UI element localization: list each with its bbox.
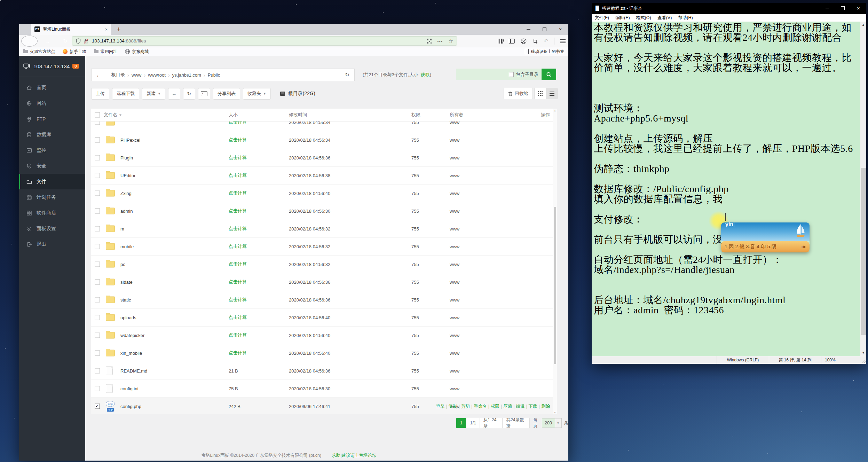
table-row[interactable]: uploads点击计算2020/02/18 04:56:40755www: [91, 309, 557, 327]
header-mtime[interactable]: 修改时间: [289, 112, 307, 118]
ime-page-arrows[interactable]: ◀▶: [801, 245, 806, 249]
mobile-bookmarks-item[interactable]: 移动设备上的书签: [525, 49, 564, 55]
size-calc-link[interactable]: 点击计算: [229, 261, 247, 267]
notepad-editor[interactable]: 本教程和资源仅供学习和研究使用，严禁进行商业用途，如 有侵权请告知删除视频，请在…: [592, 22, 866, 356]
tab-close-icon[interactable]: ×: [105, 27, 108, 32]
disk-info[interactable]: 根目录(22G): [280, 91, 315, 97]
size-calc-link[interactable]: 点击计算: [229, 297, 247, 303]
bookmark-item[interactable]: 常用网址: [94, 49, 117, 55]
ime-candidates[interactable]: 1.因 2.银 3.音 4.印 5.阴: [725, 243, 776, 250]
sidebars-icon[interactable]: [509, 39, 515, 44]
scroll-down-icon[interactable]: ▼: [553, 411, 557, 414]
upload-button[interactable]: 上传: [91, 88, 109, 100]
size-calc-link[interactable]: 点击计算: [229, 137, 247, 143]
size-calc-link[interactable]: 点击计算: [229, 243, 247, 250]
row-checkbox[interactable]: [95, 280, 100, 285]
sidebar-item-cron[interactable]: 计划任务: [19, 189, 85, 205]
notepad-titlebar[interactable]: 搭建教程.txt - 记事本 ×: [592, 3, 866, 14]
action-link[interactable]: 查杀: [436, 404, 445, 409]
size-calc-link[interactable]: 点击计算: [229, 226, 247, 232]
file-name[interactable]: xin_mobile: [120, 351, 142, 356]
bookmark-item[interactable]: 火狐官方站点: [23, 49, 55, 55]
grid-view-button[interactable]: [535, 88, 546, 99]
sidebar-item-logout[interactable]: 退出: [19, 236, 85, 252]
breadcrumb-item[interactable]: ys.jahbs1.com: [170, 72, 204, 78]
list-view-button[interactable]: [546, 88, 558, 99]
action-link[interactable]: 重命名: [474, 404, 487, 409]
per-page-select[interactable]: 200 ▼: [542, 418, 562, 428]
resize-grip[interactable]: [862, 360, 866, 363]
include-subdir-checkbox[interactable]: [509, 72, 514, 77]
bookmark-item[interactable]: 新手上路: [63, 49, 86, 55]
row-checkbox[interactable]: [95, 404, 100, 409]
breadcrumb-item[interactable]: 根目录: [109, 72, 127, 78]
new-tab-button[interactable]: +: [114, 24, 124, 35]
row-checkbox[interactable]: [95, 315, 100, 320]
file-name[interactable]: README.md: [120, 368, 147, 374]
size-calc-link[interactable]: 点击计算: [229, 122, 247, 125]
size-calc-link[interactable]: 点击计算: [229, 172, 247, 179]
header-filename[interactable]: 文件名▼: [104, 112, 122, 118]
scroll-up-icon[interactable]: ▲: [553, 109, 557, 112]
action-link[interactable]: 压缩: [503, 404, 512, 409]
size-calc-link[interactable]: 点击计算: [229, 190, 247, 196]
close-icon[interactable]: ×: [552, 24, 568, 35]
menu-icon[interactable]: [560, 39, 566, 43]
sidebar-item-site[interactable]: 网站: [19, 95, 85, 111]
sidebar-item-database[interactable]: 数据库: [19, 127, 85, 142]
header-owner[interactable]: 所有者: [450, 112, 463, 118]
table-row[interactable]: xin_mobile点击计算2020/02/18 04:56:40755www: [91, 344, 557, 362]
action-link[interactable]: 权限: [491, 404, 499, 409]
notepad-menu-2[interactable]: 格式(O): [633, 15, 654, 21]
file-name[interactable]: pc: [120, 262, 125, 267]
sidebar-item-ftp[interactable]: FTP: [19, 111, 85, 127]
recycle-bin-button[interactable]: 回收站: [504, 88, 533, 99]
sidebar-item-home[interactable]: 首页: [19, 80, 85, 95]
row-checkbox[interactable]: [95, 209, 100, 214]
file-name[interactable]: config.php: [120, 404, 141, 409]
account-icon[interactable]: [521, 38, 527, 44]
file-name[interactable]: admin: [120, 209, 133, 214]
scroll-down-icon[interactable]: ▼: [860, 351, 866, 354]
action-link[interactable]: 下载: [529, 404, 537, 409]
forward-button[interactable]: →: [40, 36, 55, 46]
action-link[interactable]: 复制: [449, 404, 457, 409]
notepad-menu-1[interactable]: 编辑(E): [612, 15, 633, 21]
next-page-icon[interactable]: ▶: [803, 245, 806, 249]
size-calc-link[interactable]: 点击计算: [229, 155, 247, 161]
breadcrumb-item[interactable]: www: [129, 72, 144, 78]
path-refresh-button[interactable]: ↻: [340, 69, 354, 81]
action-link[interactable]: 删除: [541, 404, 550, 409]
row-checkbox[interactable]: [95, 173, 100, 178]
table-row[interactable]: admin点击计算2020/02/18 04:56:30755www: [91, 202, 557, 220]
file-name[interactable]: sldate: [120, 280, 133, 285]
size-calc-link[interactable]: 点击计算: [229, 279, 247, 285]
table-row[interactable]: UEditor点击计算2020/02/18 04:56:38755www: [91, 167, 557, 185]
table-row[interactable]: static点击计算2020/02/18 04:56:36755www: [91, 291, 557, 309]
page-1-button[interactable]: 1: [456, 418, 466, 428]
table-row[interactable]: Zxing点击计算2020/02/18 04:56:40755www: [91, 185, 557, 202]
table-row[interactable]: README.md21 B2020/02/18 04:56:36755www: [91, 362, 557, 380]
scroll-up-icon[interactable]: ▲: [860, 23, 866, 26]
action-link[interactable]: 编辑: [516, 404, 525, 409]
maximize-icon[interactable]: [536, 24, 552, 35]
forum-link[interactable]: 求助|建议请上宝塔论坛: [332, 453, 376, 458]
table-row[interactable]: Plugin点击计算2020/02/18 04:56:36755www: [91, 149, 557, 167]
row-checkbox[interactable]: [95, 226, 100, 232]
new-button[interactable]: 新建▼: [142, 88, 165, 100]
reload-button[interactable]: ↻: [57, 36, 73, 46]
table-row[interactable]: wdatepicker点击计算2020/02/18 04:56:40755www: [91, 327, 557, 344]
favorites-button[interactable]: 收藏夹▼: [243, 88, 271, 100]
sidebar-item-files[interactable]: 文件: [19, 174, 85, 189]
remote-download-button[interactable]: 远程下载: [112, 88, 139, 100]
table-scrollbar[interactable]: ▲ ▼: [553, 109, 557, 414]
screenshot-icon[interactable]: [532, 39, 538, 44]
notepad-menu-0[interactable]: 文件(F): [592, 15, 612, 21]
table-row[interactable]: 点击计算2020/02/18 04:56:34755www: [91, 122, 557, 131]
size-calc-link[interactable]: 点击计算: [229, 332, 247, 338]
file-name[interactable]: Plugin: [120, 155, 133, 160]
path-back-button[interactable]: ←: [92, 69, 106, 81]
get-size-link[interactable]: 获取: [421, 72, 430, 77]
action-link[interactable]: 剪切: [461, 404, 470, 409]
file-name[interactable]: mobile: [120, 244, 134, 249]
